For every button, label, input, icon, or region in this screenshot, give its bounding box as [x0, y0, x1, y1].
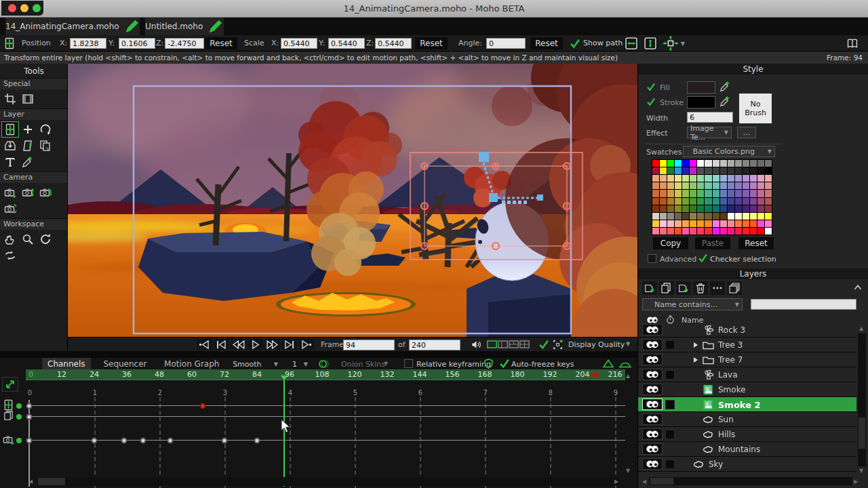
color-swatch[interactable]: [735, 198, 742, 205]
color-swatch[interactable]: [660, 160, 667, 167]
color-swatch[interactable]: [743, 198, 749, 205]
layer-row-lava[interactable]: Lava: [638, 367, 856, 382]
relative-keyframing-checkbox[interactable]: [404, 359, 413, 368]
color-swatch[interactable]: [728, 205, 734, 212]
color-swatch[interactable]: [750, 190, 757, 197]
color-swatch[interactable]: [765, 213, 772, 220]
color-swatch[interactable]: [728, 167, 734, 174]
auto-freeze-checkbox[interactable]: [499, 358, 510, 369]
color-swatch[interactable]: [682, 220, 689, 227]
layer-extra-swatch[interactable]: [665, 340, 675, 350]
color-swatch[interactable]: [697, 182, 704, 189]
color-swatch[interactable]: [705, 160, 711, 167]
color-swatch[interactable]: [660, 205, 667, 212]
color-swatch[interactable]: [713, 220, 719, 227]
color-swatch[interactable]: [728, 228, 734, 235]
color-swatch[interactable]: [697, 205, 704, 212]
color-swatch[interactable]: [765, 190, 772, 197]
step-forward-button[interactable]: [264, 339, 280, 350]
color-swatch[interactable]: [743, 182, 749, 189]
layer-row-smoke-2[interactable]: Smoke 2: [638, 397, 856, 412]
interpolation-dropdown[interactable]: Smooth▼: [224, 358, 281, 370]
color-swatch[interactable]: [690, 205, 696, 212]
color-swatch[interactable]: [682, 167, 689, 174]
flip-horizontal-button[interactable]: [624, 37, 639, 50]
layer-visibility-toggle[interactable]: [642, 399, 663, 410]
color-swatch[interactable]: [690, 213, 696, 220]
timeline-tab-motion-graph[interactable]: Motion Graph: [159, 358, 224, 370]
arc-curve-icon[interactable]: [618, 359, 632, 369]
color-swatch[interactable]: [743, 175, 749, 182]
color-swatch[interactable]: [705, 167, 711, 174]
color-swatch[interactable]: [660, 220, 667, 227]
color-swatch[interactable]: [743, 160, 749, 167]
color-swatch[interactable]: [697, 213, 704, 220]
camera-vertical-tool-button[interactable]: [19, 184, 37, 201]
orbit-view-tool-button[interactable]: [1, 247, 19, 264]
color-swatch[interactable]: [713, 182, 719, 189]
zoom-view-tool-button[interactable]: [19, 231, 37, 247]
layer-extra-swatch[interactable]: [665, 400, 675, 409]
color-swatch[interactable]: [660, 228, 667, 235]
color-swatch[interactable]: [757, 213, 764, 220]
onion-skins-label[interactable]: Onion Skins: [341, 360, 385, 369]
raise-curve-icon[interactable]: [602, 359, 614, 369]
enable-check-icon[interactable]: [538, 339, 549, 350]
keyframe[interactable]: [200, 403, 206, 409]
camera-zoom-tool-button[interactable]: [1, 184, 19, 201]
color-swatch[interactable]: [728, 175, 734, 182]
color-swatch[interactable]: [757, 198, 764, 205]
color-swatch[interactable]: [705, 182, 711, 189]
rotate-view-tool-button[interactable]: [37, 231, 54, 247]
layer-search-input[interactable]: [751, 299, 856, 310]
keyframe[interactable]: [26, 438, 33, 444]
layer-row-rock-3[interactable]: Rock 3: [638, 323, 856, 338]
scale-z-field[interactable]: [375, 38, 412, 49]
view-split3-button[interactable]: [509, 340, 519, 349]
add-tool-button[interactable]: [19, 121, 37, 138]
color-swatch[interactable]: [713, 160, 719, 167]
angle-field[interactable]: [486, 38, 526, 49]
selection-handle[interactable]: [421, 243, 428, 249]
color-swatch[interactable]: [743, 220, 749, 227]
layers-scroll-left-icon[interactable]: ◀: [642, 479, 646, 485]
reset-style-button[interactable]: Reset: [738, 237, 774, 249]
tab-untitled[interactable]: Untitled.moho: [145, 18, 224, 35]
reference-layer-button[interactable]: [676, 281, 691, 295]
color-swatch[interactable]: [682, 175, 689, 182]
color-swatch[interactable]: [765, 175, 772, 182]
expand-timeline-button[interactable]: [2, 377, 18, 392]
onion-skins-arrow-icon[interactable]: ▼: [384, 361, 388, 367]
reset-position-button[interactable]: Reset: [205, 37, 237, 49]
color-swatch[interactable]: [765, 198, 772, 205]
timeline-tab-channels[interactable]: Channels: [42, 358, 91, 370]
delete-layer-button[interactable]: [693, 281, 708, 295]
color-swatch[interactable]: [750, 198, 757, 205]
timeline-scroll-right-icon[interactable]: ▶: [614, 479, 618, 485]
color-swatch[interactable]: [720, 175, 727, 182]
color-swatch[interactable]: [652, 167, 659, 174]
color-swatch[interactable]: [713, 167, 719, 174]
keyframe[interactable]: [140, 438, 146, 444]
total-frames-field[interactable]: [409, 340, 460, 350]
video-tool-button[interactable]: [19, 91, 37, 107]
layer-row-tree-3[interactable]: Tree 3: [638, 338, 856, 352]
layer-visibility-toggle[interactable]: [642, 458, 663, 470]
color-swatch[interactable]: [667, 228, 674, 235]
timeline-scroll-left-icon[interactable]: ◀: [28, 479, 33, 485]
color-swatch[interactable]: [757, 175, 764, 182]
color-swatch[interactable]: [697, 175, 704, 182]
color-swatch[interactable]: [750, 205, 757, 212]
keyframe[interactable]: [254, 438, 260, 444]
copy-layer-tool-button[interactable]: [37, 138, 54, 154]
selection-handle[interactable]: [421, 203, 428, 209]
color-swatch[interactable]: [667, 175, 674, 182]
safe-frame-button[interactable]: [552, 339, 564, 350]
color-swatch[interactable]: [765, 167, 772, 174]
color-swatch[interactable]: [697, 198, 704, 205]
color-swatch[interactable]: [652, 190, 659, 197]
color-swatch[interactable]: [757, 182, 764, 189]
color-swatch[interactable]: [705, 213, 711, 220]
eyedropper-tool-button[interactable]: [19, 154, 37, 170]
fill-color-swatch[interactable]: [687, 81, 715, 94]
